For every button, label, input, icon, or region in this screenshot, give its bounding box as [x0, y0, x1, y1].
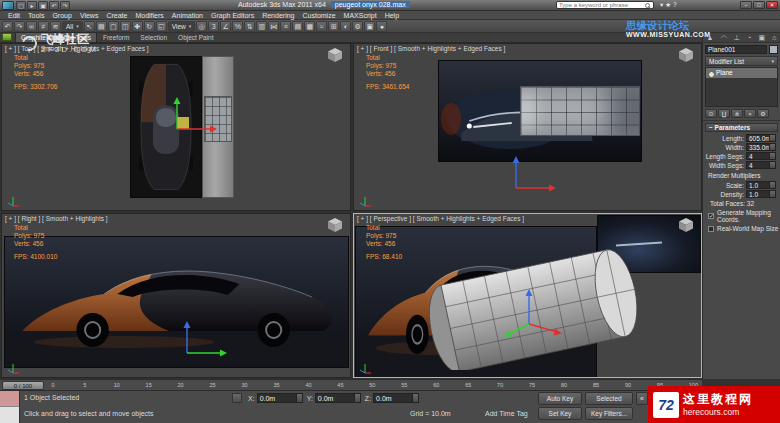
modifier-list-dropdown[interactable]: Modifier List [705, 56, 778, 66]
sign-in-icon[interactable]: ▾ [660, 1, 663, 9]
generate-mapping-coords-checkbox[interactable] [708, 213, 714, 219]
select-and-rotate-icon[interactable]: ↻ [144, 21, 155, 32]
lock-selection-toggle[interactable] [232, 393, 242, 403]
window-minimize-button[interactable]: – [740, 1, 752, 9]
layer-manager-icon[interactable]: ▤ [292, 21, 303, 32]
time-slider[interactable]: 0 / 100 [2, 381, 44, 390]
select-and-link-icon[interactable]: ∞ [26, 21, 37, 32]
frame-tick[interactable]: 15 [146, 382, 152, 388]
graphite-ribbon-toggle-icon[interactable]: ▦ [304, 21, 315, 32]
tab-freeform[interactable]: Freeform [98, 33, 134, 42]
rendered-frame-window-icon[interactable]: ▣ [364, 21, 375, 32]
coordinate-input[interactable]: 0.0m [315, 393, 361, 403]
viewcube[interactable] [326, 47, 344, 63]
undo-qat-icon[interactable]: ↶ [49, 1, 59, 10]
menu-item[interactable]: Views [76, 12, 103, 19]
menu-item[interactable]: Group [48, 12, 75, 19]
frame-tick[interactable]: 70 [497, 382, 503, 388]
parameter-spinner[interactable]: 1.0 [746, 181, 776, 189]
move-gizmo[interactable] [151, 95, 221, 155]
open-file-icon[interactable]: ▸ [27, 1, 37, 10]
select-by-name-icon[interactable]: ▤ [96, 21, 107, 32]
timeline-track-bar[interactable]: 0 / 100 05101520253035404550556065707580… [0, 379, 702, 391]
application-menu-icon[interactable] [2, 1, 14, 10]
percent-snap-icon[interactable]: % [232, 21, 243, 32]
viewport-front-label[interactable]: [ + ] [ Front ] [ Smooth + Highlights + … [357, 45, 505, 52]
auto-key-button[interactable]: Auto Key [538, 392, 582, 405]
frame-tick[interactable]: 5 [82, 382, 88, 388]
menu-item[interactable]: Create [102, 12, 131, 19]
window-close-button[interactable]: ✕ [766, 1, 778, 9]
viewport-perspective[interactable]: [ + ] [ Perspective ] [ Smooth + Highlig… [353, 213, 702, 378]
window-crossing-icon[interactable]: ◫ [120, 21, 131, 32]
rectangular-selection-region-icon[interactable]: ▢ [108, 21, 119, 32]
coordinate-input[interactable]: 0.0m [373, 393, 419, 403]
frame-tick[interactable]: 65 [465, 382, 471, 388]
frame-tick[interactable]: 0 [50, 382, 56, 388]
undo-icon[interactable]: ↶ [2, 21, 13, 32]
menu-item[interactable]: Help [381, 12, 403, 19]
angle-snap-icon[interactable]: ∠ [220, 21, 231, 32]
search-icon[interactable] [645, 3, 650, 8]
stack-item-plane[interactable]: Plane [706, 68, 777, 78]
search-input[interactable] [557, 2, 645, 8]
selection-filter-dropdown[interactable]: All [62, 21, 83, 32]
configure-modifier-sets-icon[interactable]: ⚙ [757, 109, 769, 118]
go-to-start-icon[interactable]: « [636, 392, 648, 405]
curve-editor-icon[interactable]: ≈ [316, 21, 327, 32]
help-icon[interactable]: ? [673, 1, 677, 9]
frame-tick[interactable]: 35 [273, 382, 279, 388]
frame-tick[interactable]: 55 [401, 382, 407, 388]
object-name-field[interactable]: Plane001 [705, 45, 767, 54]
unlink-selection-icon[interactable]: ≠ [38, 21, 49, 32]
graphite-icon[interactable] [2, 33, 12, 41]
schematic-view-icon[interactable]: ⊞ [328, 21, 339, 32]
parameter-spinner[interactable]: 335.0m [746, 143, 776, 151]
frame-tick[interactable]: 60 [433, 382, 439, 388]
render-production-icon[interactable]: ● [376, 21, 387, 32]
redo-qat-icon[interactable]: ↷ [60, 1, 70, 10]
move-gizmo[interactable] [490, 154, 560, 211]
parameter-spinner[interactable]: 4 [746, 161, 776, 169]
frame-tick[interactable]: 85 [593, 382, 599, 388]
menu-item[interactable]: MAXScript [340, 12, 381, 19]
object-color-swatch[interactable] [769, 45, 778, 54]
viewcube[interactable] [326, 217, 344, 233]
coordinate-input[interactable]: 0.0m [257, 393, 303, 403]
modify-tab[interactable]: ◠ [719, 33, 729, 42]
window-maximize-button[interactable]: □ [753, 1, 765, 9]
redo-icon[interactable]: ↷ [14, 21, 25, 32]
parameter-spinner[interactable]: 1.0 [746, 190, 776, 198]
maxscript-mini-listener[interactable] [0, 391, 20, 423]
viewport-top[interactable]: [ + ] [ Top ] [ Smooth + Highlights + Ed… [1, 43, 351, 211]
remove-modifier-icon[interactable]: × [744, 109, 756, 118]
display-tab[interactable]: ▣ [756, 33, 767, 42]
viewcube[interactable] [677, 217, 695, 233]
bind-to-spacewarp-icon[interactable]: ≋ [50, 21, 61, 32]
hierarchy-tab[interactable]: ⊥ [732, 33, 742, 42]
viewport-right-label[interactable]: [ + ] [ Right ] [ Smooth + Highlights ] [5, 215, 108, 222]
viewport-front[interactable]: [ + ] [ Front ] [ Smooth + Highlights + … [353, 43, 702, 211]
tab-object-paint[interactable]: Object Paint [173, 33, 218, 42]
utilities-tab[interactable]: ⌂ [770, 33, 778, 42]
show-end-result-icon[interactable]: ∐ [718, 109, 730, 118]
frame-tick[interactable]: 30 [241, 382, 247, 388]
frame-tick[interactable]: 40 [305, 382, 311, 388]
plane-object[interactable] [520, 86, 640, 136]
select-and-move-icon[interactable]: ✚ [132, 21, 143, 32]
snaps-toggle-icon[interactable]: 3 [208, 21, 219, 32]
frame-tick[interactable]: 50 [369, 382, 375, 388]
align-icon[interactable]: ≡ [280, 21, 291, 32]
parameter-spinner[interactable]: 605.0m [746, 134, 776, 142]
menu-item[interactable]: Edit [4, 12, 24, 19]
viewport-perspective-label[interactable]: [ + ] [ Perspective ] [ Smooth + Highlig… [357, 215, 524, 222]
frame-tick[interactable]: 45 [337, 382, 343, 388]
make-unique-icon[interactable]: ⋔ [731, 109, 743, 118]
frame-tick[interactable]: 10 [114, 382, 120, 388]
modifier-stack[interactable]: Plane [705, 67, 778, 107]
frame-tick[interactable]: 90 [625, 382, 631, 388]
move-gizmo[interactable] [499, 284, 569, 344]
frame-tick[interactable]: 75 [529, 382, 535, 388]
frame-tick[interactable]: 25 [210, 382, 216, 388]
selected-dropdown[interactable]: Selected [585, 392, 633, 405]
